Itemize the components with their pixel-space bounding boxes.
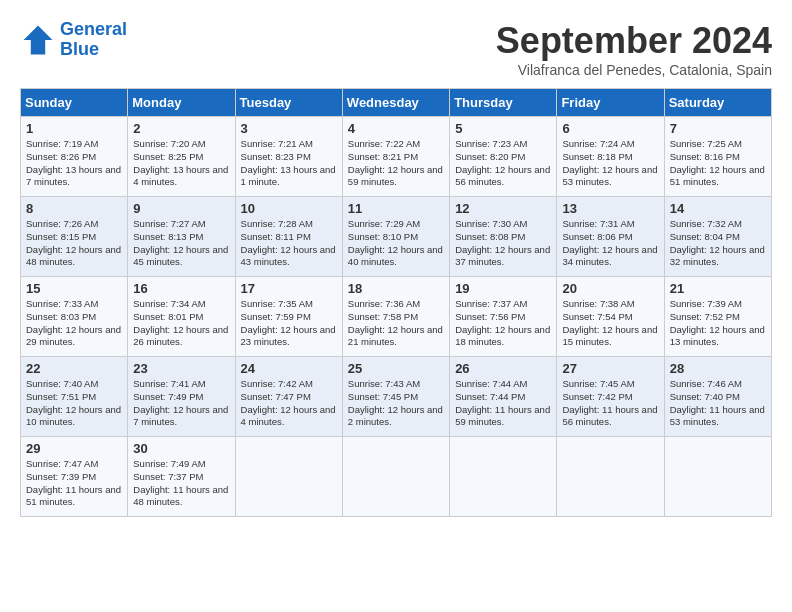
day-number: 6 (562, 121, 658, 136)
day-number: 17 (241, 281, 337, 296)
day-number: 15 (26, 281, 122, 296)
day-number: 11 (348, 201, 444, 216)
calendar-cell: 11 Sunrise: 7:29 AM Sunset: 8:10 PM Dayl… (342, 197, 449, 277)
weekday-header-thursday: Thursday (450, 89, 557, 117)
cell-content: Sunrise: 7:46 AM Sunset: 7:40 PM Dayligh… (670, 378, 766, 429)
day-number: 12 (455, 201, 551, 216)
cell-content: Sunrise: 7:23 AM Sunset: 8:20 PM Dayligh… (455, 138, 551, 189)
calendar-cell: 3 Sunrise: 7:21 AM Sunset: 8:23 PM Dayli… (235, 117, 342, 197)
calendar-cell: 18 Sunrise: 7:36 AM Sunset: 7:58 PM Dayl… (342, 277, 449, 357)
day-number: 29 (26, 441, 122, 456)
day-number: 18 (348, 281, 444, 296)
calendar-cell: 22 Sunrise: 7:40 AM Sunset: 7:51 PM Dayl… (21, 357, 128, 437)
day-number: 4 (348, 121, 444, 136)
calendar-cell: 12 Sunrise: 7:30 AM Sunset: 8:08 PM Dayl… (450, 197, 557, 277)
weekday-header-saturday: Saturday (664, 89, 771, 117)
cell-content: Sunrise: 7:39 AM Sunset: 7:52 PM Dayligh… (670, 298, 766, 349)
calendar-week-row: 1 Sunrise: 7:19 AM Sunset: 8:26 PM Dayli… (21, 117, 772, 197)
day-number: 21 (670, 281, 766, 296)
calendar-cell: 25 Sunrise: 7:43 AM Sunset: 7:45 PM Dayl… (342, 357, 449, 437)
cell-content: Sunrise: 7:38 AM Sunset: 7:54 PM Dayligh… (562, 298, 658, 349)
day-number: 28 (670, 361, 766, 376)
calendar-cell: 30 Sunrise: 7:49 AM Sunset: 7:37 PM Dayl… (128, 437, 235, 517)
day-number: 9 (133, 201, 229, 216)
day-number: 8 (26, 201, 122, 216)
calendar-cell: 29 Sunrise: 7:47 AM Sunset: 7:39 PM Dayl… (21, 437, 128, 517)
cell-content: Sunrise: 7:41 AM Sunset: 7:49 PM Dayligh… (133, 378, 229, 429)
svg-marker-0 (24, 25, 53, 54)
cell-content: Sunrise: 7:22 AM Sunset: 8:21 PM Dayligh… (348, 138, 444, 189)
cell-content: Sunrise: 7:43 AM Sunset: 7:45 PM Dayligh… (348, 378, 444, 429)
calendar-cell: 28 Sunrise: 7:46 AM Sunset: 7:40 PM Dayl… (664, 357, 771, 437)
calendar-cell (235, 437, 342, 517)
day-number: 2 (133, 121, 229, 136)
day-number: 26 (455, 361, 551, 376)
day-number: 1 (26, 121, 122, 136)
calendar-cell (450, 437, 557, 517)
weekday-header-friday: Friday (557, 89, 664, 117)
calendar-cell: 27 Sunrise: 7:45 AM Sunset: 7:42 PM Dayl… (557, 357, 664, 437)
cell-content: Sunrise: 7:49 AM Sunset: 7:37 PM Dayligh… (133, 458, 229, 509)
calendar-cell: 16 Sunrise: 7:34 AM Sunset: 8:01 PM Dayl… (128, 277, 235, 357)
logo-text: General Blue (60, 20, 127, 60)
calendar-week-row: 15 Sunrise: 7:33 AM Sunset: 8:03 PM Dayl… (21, 277, 772, 357)
cell-content: Sunrise: 7:37 AM Sunset: 7:56 PM Dayligh… (455, 298, 551, 349)
calendar-week-row: 22 Sunrise: 7:40 AM Sunset: 7:51 PM Dayl… (21, 357, 772, 437)
day-number: 30 (133, 441, 229, 456)
day-number: 3 (241, 121, 337, 136)
calendar-cell: 23 Sunrise: 7:41 AM Sunset: 7:49 PM Dayl… (128, 357, 235, 437)
calendar-cell: 8 Sunrise: 7:26 AM Sunset: 8:15 PM Dayli… (21, 197, 128, 277)
calendar-cell: 21 Sunrise: 7:39 AM Sunset: 7:52 PM Dayl… (664, 277, 771, 357)
day-number: 22 (26, 361, 122, 376)
calendar-week-row: 8 Sunrise: 7:26 AM Sunset: 8:15 PM Dayli… (21, 197, 772, 277)
calendar-cell (557, 437, 664, 517)
calendar-cell: 26 Sunrise: 7:44 AM Sunset: 7:44 PM Dayl… (450, 357, 557, 437)
day-number: 19 (455, 281, 551, 296)
page-header: General Blue September 2024 Vilafranca d… (20, 20, 772, 78)
cell-content: Sunrise: 7:21 AM Sunset: 8:23 PM Dayligh… (241, 138, 337, 189)
day-number: 7 (670, 121, 766, 136)
calendar-table: SundayMondayTuesdayWednesdayThursdayFrid… (20, 88, 772, 517)
logo: General Blue (20, 20, 127, 60)
weekday-header-row: SundayMondayTuesdayWednesdayThursdayFrid… (21, 89, 772, 117)
cell-content: Sunrise: 7:20 AM Sunset: 8:25 PM Dayligh… (133, 138, 229, 189)
calendar-cell: 20 Sunrise: 7:38 AM Sunset: 7:54 PM Dayl… (557, 277, 664, 357)
calendar-cell: 4 Sunrise: 7:22 AM Sunset: 8:21 PM Dayli… (342, 117, 449, 197)
cell-content: Sunrise: 7:28 AM Sunset: 8:11 PM Dayligh… (241, 218, 337, 269)
day-number: 24 (241, 361, 337, 376)
calendar-cell: 10 Sunrise: 7:28 AM Sunset: 8:11 PM Dayl… (235, 197, 342, 277)
weekday-header-wednesday: Wednesday (342, 89, 449, 117)
cell-content: Sunrise: 7:36 AM Sunset: 7:58 PM Dayligh… (348, 298, 444, 349)
cell-content: Sunrise: 7:19 AM Sunset: 8:26 PM Dayligh… (26, 138, 122, 189)
calendar-cell: 13 Sunrise: 7:31 AM Sunset: 8:06 PM Dayl… (557, 197, 664, 277)
calendar-cell (664, 437, 771, 517)
calendar-cell: 7 Sunrise: 7:25 AM Sunset: 8:16 PM Dayli… (664, 117, 771, 197)
calendar-cell (342, 437, 449, 517)
day-number: 27 (562, 361, 658, 376)
weekday-header-sunday: Sunday (21, 89, 128, 117)
calendar-cell: 1 Sunrise: 7:19 AM Sunset: 8:26 PM Dayli… (21, 117, 128, 197)
calendar-cell: 9 Sunrise: 7:27 AM Sunset: 8:13 PM Dayli… (128, 197, 235, 277)
month-year: September 2024 (496, 20, 772, 62)
cell-content: Sunrise: 7:35 AM Sunset: 7:59 PM Dayligh… (241, 298, 337, 349)
cell-content: Sunrise: 7:44 AM Sunset: 7:44 PM Dayligh… (455, 378, 551, 429)
cell-content: Sunrise: 7:33 AM Sunset: 8:03 PM Dayligh… (26, 298, 122, 349)
cell-content: Sunrise: 7:40 AM Sunset: 7:51 PM Dayligh… (26, 378, 122, 429)
calendar-cell: 6 Sunrise: 7:24 AM Sunset: 8:18 PM Dayli… (557, 117, 664, 197)
cell-content: Sunrise: 7:30 AM Sunset: 8:08 PM Dayligh… (455, 218, 551, 269)
cell-content: Sunrise: 7:47 AM Sunset: 7:39 PM Dayligh… (26, 458, 122, 509)
cell-content: Sunrise: 7:42 AM Sunset: 7:47 PM Dayligh… (241, 378, 337, 429)
cell-content: Sunrise: 7:29 AM Sunset: 8:10 PM Dayligh… (348, 218, 444, 269)
day-number: 25 (348, 361, 444, 376)
day-number: 10 (241, 201, 337, 216)
weekday-header-tuesday: Tuesday (235, 89, 342, 117)
location: Vilafranca del Penedes, Catalonia, Spain (496, 62, 772, 78)
cell-content: Sunrise: 7:32 AM Sunset: 8:04 PM Dayligh… (670, 218, 766, 269)
calendar-cell: 19 Sunrise: 7:37 AM Sunset: 7:56 PM Dayl… (450, 277, 557, 357)
calendar-cell: 5 Sunrise: 7:23 AM Sunset: 8:20 PM Dayli… (450, 117, 557, 197)
cell-content: Sunrise: 7:25 AM Sunset: 8:16 PM Dayligh… (670, 138, 766, 189)
day-number: 5 (455, 121, 551, 136)
cell-content: Sunrise: 7:45 AM Sunset: 7:42 PM Dayligh… (562, 378, 658, 429)
cell-content: Sunrise: 7:34 AM Sunset: 8:01 PM Dayligh… (133, 298, 229, 349)
day-number: 23 (133, 361, 229, 376)
